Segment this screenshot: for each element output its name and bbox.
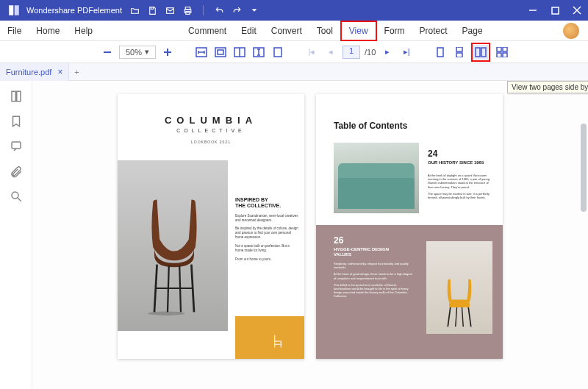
mail-icon[interactable]	[165, 5, 175, 15]
app-logo-icon	[6, 2, 22, 18]
svg-rect-27	[481, 48, 486, 57]
p2-body2a: Simplicity, craftsmanship, elegant funct…	[334, 262, 413, 269]
save-icon[interactable]	[147, 5, 157, 15]
zoom-level-box[interactable]: 50%▾	[119, 46, 156, 59]
menubar: File Home Help Comment Edit Convert Tool…	[0, 21, 588, 41]
p2-body2: Simplicity, craftsmanship, elegant funct…	[334, 262, 413, 299]
actual-size-icon[interactable]	[232, 45, 247, 60]
document-tabbar: Furniture.pdf × +	[0, 63, 588, 81]
p1-text: INSPIRED BY THE COLLECTIVE. Explore Scan…	[235, 197, 298, 262]
continuous-page-icon[interactable]	[452, 45, 467, 60]
menu-page[interactable]: Page	[455, 21, 490, 41]
svg-rect-34	[12, 142, 21, 149]
thumbnails-icon[interactable]	[10, 90, 23, 103]
p1-photo	[118, 160, 228, 331]
p1-subtitle: COLLECTIVE	[118, 128, 304, 133]
document-canvas[interactable]: View two pages side by side COLUMBIA COL…	[32, 81, 588, 389]
document-tab[interactable]: Furniture.pdf ×	[0, 63, 69, 81]
p2-body2b: At the heart of good design, there needs…	[334, 272, 413, 279]
quick-access-toolbar	[129, 5, 259, 15]
menu-comment[interactable]: Comment	[181, 21, 234, 41]
menu-help[interactable]: Help	[67, 21, 100, 41]
p1-accent-block	[235, 316, 304, 359]
page-number-input[interactable]: 1	[343, 46, 360, 59]
p2-body1: At the brink of daylight on a quaint Van…	[428, 174, 494, 199]
svg-rect-23	[437, 48, 443, 57]
svg-rect-32	[12, 91, 15, 101]
open-folder-icon[interactable]	[129, 5, 140, 15]
menu-home[interactable]: Home	[29, 21, 67, 41]
fit-page-icon[interactable]	[213, 45, 228, 60]
svg-point-35	[12, 192, 18, 199]
p2-body1a: At the brink of daylight on a quaint Van…	[428, 174, 494, 189]
menu-file[interactable]: File	[0, 21, 29, 41]
p2-photo1	[334, 143, 419, 213]
p1-para3: Not a space built on perfection. But a h…	[235, 244, 298, 253]
svg-rect-25	[456, 53, 462, 57]
zoom-out-button[interactable]	[100, 45, 115, 60]
svg-rect-43	[449, 302, 470, 307]
svg-rect-24	[456, 47, 462, 51]
search-icon[interactable]	[10, 190, 23, 203]
svg-rect-0	[9, 5, 13, 15]
p1-head2: THE COLLECTIVE.	[235, 203, 298, 209]
single-page-icon[interactable]	[433, 45, 448, 60]
two-page-continuous-icon[interactable]	[495, 45, 509, 60]
fit-height-icon[interactable]	[251, 45, 266, 60]
menu-edit[interactable]: Edit	[234, 21, 264, 41]
menu-view[interactable]: View	[340, 21, 377, 41]
yellow-chair-icon	[440, 276, 479, 328]
app-title: Wondershare PDFelement	[26, 6, 122, 15]
svg-rect-17	[218, 50, 223, 54]
workspace: View two pages side by side COLUMBIA COL…	[0, 81, 588, 389]
fit-visible-icon[interactable]	[270, 45, 285, 60]
prev-page-button[interactable]: ◂	[323, 45, 338, 60]
svg-rect-16	[215, 48, 226, 57]
annotations-icon[interactable]	[10, 140, 23, 153]
pdf-page-1: COLUMBIA COLLECTIVE LOOKBOOK 2021 INSPIR…	[118, 94, 304, 359]
p2-num1: 24	[428, 149, 437, 159]
vertical-scrollbar[interactable]	[581, 124, 587, 212]
p1-para2: Be inspired by the details of culture, d…	[235, 226, 298, 240]
last-page-button[interactable]: ▸|	[399, 45, 414, 60]
two-page-icon[interactable]	[473, 45, 488, 60]
p2-photo2	[426, 241, 492, 334]
svg-rect-26	[476, 48, 480, 57]
svg-line-46	[456, 307, 457, 326]
print-icon[interactable]	[182, 5, 193, 15]
svg-rect-22	[274, 48, 282, 57]
maximize-button[interactable]	[544, 0, 566, 21]
minimize-button[interactable]	[522, 0, 544, 21]
menu-convert[interactable]: Convert	[264, 21, 309, 41]
zoom-in-button[interactable]	[160, 45, 175, 60]
p1-brand: COLUMBIA	[118, 115, 304, 126]
p1-para1: Explore Scandinavian, semi-local creativ…	[235, 214, 298, 223]
zoom-value: 50%	[126, 48, 142, 57]
first-page-button[interactable]: |◂	[304, 45, 319, 60]
fit-width-icon[interactable]	[194, 45, 209, 60]
menu-protect[interactable]: Protect	[412, 21, 455, 41]
attachments-icon[interactable]	[10, 165, 23, 178]
svg-rect-33	[16, 91, 20, 101]
p2-body2c: This belief is the purest form aesthetic…	[334, 283, 413, 299]
p2-body1b: The space may be modest in size; it is p…	[428, 192, 494, 199]
bookmark-icon[interactable]	[10, 115, 23, 128]
two-page-tooltip: View two pages side by side	[507, 81, 588, 93]
tab-close-icon[interactable]: ×	[57, 67, 62, 77]
close-button[interactable]	[566, 0, 588, 21]
new-tab-button[interactable]: +	[69, 68, 84, 76]
next-page-button[interactable]: ▸	[380, 45, 395, 60]
user-avatar[interactable]	[563, 23, 579, 39]
svg-rect-31	[503, 53, 507, 57]
menu-form[interactable]: Form	[377, 21, 412, 41]
left-sidebar	[0, 81, 32, 389]
chair-icon	[141, 193, 207, 318]
p2-heading1: OUR HISTORY SINCE 1965	[428, 160, 494, 165]
redo-icon[interactable]	[232, 5, 242, 15]
undo-icon[interactable]	[214, 5, 224, 15]
qat-dropdown-icon[interactable]	[249, 5, 259, 15]
p2-heading2: HYGGE-CENTRIC DESIGN VALUES	[334, 247, 407, 257]
svg-point-42	[148, 312, 184, 315]
menu-tool[interactable]: Tool	[309, 21, 340, 41]
p1-year: LOOKBOOK 2021	[118, 140, 304, 144]
